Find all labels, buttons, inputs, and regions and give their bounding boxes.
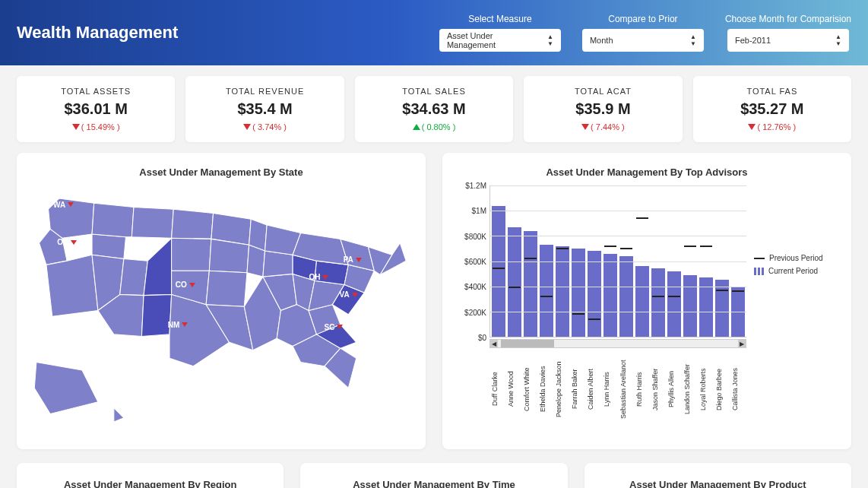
control-month: Choose Month for Comparision Feb-2011 ▲▼ (725, 14, 851, 52)
panels-row: Asset Under Management By State (0, 153, 868, 449)
kpi-value: $35.4 M (196, 100, 333, 118)
legend-previous-label: Previous Period (769, 254, 823, 262)
panel-advisors: Asset Under Management By Top Advisors $… (442, 153, 851, 449)
state-label-PA[interactable]: PA (344, 255, 362, 264)
x-label: Penelope Jackson (555, 353, 569, 426)
x-label: Duff Clarke (491, 353, 505, 426)
chart-legend: Previous Period Current Period (754, 185, 838, 436)
lower-panel-title: Asset Under Management By Product (629, 479, 806, 488)
chevron-updown-icon: ▲▼ (835, 34, 841, 47)
x-label: Lynn Harris (603, 353, 616, 426)
advisors-chart[interactable]: $0$200K$400K$600K$800K$1M$1.2M (456, 185, 746, 436)
select-measure[interactable]: Asset Under Management ▲▼ (439, 29, 561, 52)
kpi-value: $34.63 M (366, 100, 502, 118)
previous-marker (508, 287, 521, 288)
advisors-body: $0$200K$400K$600K$800K$1M$1.2M (456, 185, 838, 436)
lower-panel-title: Asset Under Management By Time (353, 479, 515, 488)
state-label-CO[interactable]: CO (176, 280, 195, 289)
x-label: Landon Schaffer (683, 353, 697, 426)
lower-panel-2[interactable]: Asset Under Management By Product (584, 463, 851, 488)
y-tick: $600K (464, 258, 486, 266)
state-label-WA[interactable]: WA (53, 201, 74, 209)
current-bar (524, 231, 537, 337)
chart-scrollbar[interactable]: ◀ ▶ (489, 339, 746, 348)
legend-bar-icon (754, 268, 764, 275)
previous-marker (716, 290, 728, 291)
previous-marker (684, 246, 696, 247)
previous-marker (572, 313, 584, 315)
previous-marker (668, 296, 680, 297)
arrow-down-icon (581, 124, 589, 130)
arrow-down-icon (71, 240, 77, 245)
previous-marker (636, 217, 648, 219)
arrow-down-icon (189, 283, 195, 287)
grid-line (490, 236, 746, 236)
y-tick: $0 (478, 334, 486, 342)
panel-map-title: Asset Under Management By State (139, 166, 303, 178)
current-bar (667, 271, 681, 337)
state-label-VA[interactable]: VA (340, 290, 358, 299)
current-bar (635, 266, 649, 337)
previous-marker (652, 296, 664, 297)
current-bar (508, 227, 521, 337)
kpi-card-4[interactable]: TOTAL FAS $35.27 M ( 12.76% ) (693, 76, 851, 142)
current-bar (651, 268, 665, 337)
chevron-updown-icon: ▲▼ (690, 34, 696, 47)
x-label: Phyllis Allen (667, 353, 681, 426)
kpi-label: TOTAL FAS (704, 87, 841, 96)
state-label-OH[interactable]: OH (309, 273, 328, 281)
state-label-SC[interactable]: SC (325, 323, 344, 331)
previous-marker (588, 318, 600, 320)
current-bar (619, 256, 633, 337)
y-axis: $0$200K$400K$600K$800K$1M$1.2M (456, 185, 489, 337)
arrow-down-icon (748, 124, 756, 130)
select-prior-value: Month (590, 36, 613, 45)
lower-panel-1[interactable]: Asset Under Management By Time (300, 463, 567, 488)
y-tick: $400K (464, 283, 486, 291)
kpi-card-2[interactable]: TOTAL SALES $34.63 M ( 0.80% ) (355, 76, 513, 142)
kpi-card-3[interactable]: TOTAL ACAT $35.9 M ( 7.44% ) (524, 76, 682, 142)
state-code: NM (168, 321, 180, 329)
state-label-NM[interactable]: NM (168, 321, 188, 329)
y-tick: $1.2M (465, 182, 486, 190)
current-bar (603, 254, 617, 337)
state-code: OR (57, 238, 68, 246)
kpi-label: TOTAL REVENUE (196, 87, 333, 96)
arrow-down-icon (322, 275, 328, 280)
state-code: CO (176, 280, 187, 289)
select-prior[interactable]: Month ▲▼ (582, 29, 704, 52)
lower-panel-0[interactable]: Asset Under Management By Region (17, 463, 284, 488)
kpi-value: $36.01 M (27, 100, 164, 118)
kpi-value: $35.27 M (704, 100, 841, 118)
current-bar (683, 275, 697, 337)
map-wrap[interactable]: WA OR CO NM OH PA VA SC (30, 185, 412, 436)
x-label: Jason Shaffer (651, 353, 665, 426)
x-label: Loyal Roberts (699, 353, 713, 426)
arrow-down-icon (72, 124, 80, 130)
scroll-left-icon[interactable]: ◀ (490, 340, 498, 347)
scroll-right-icon[interactable]: ▶ (738, 340, 746, 347)
kpi-label: TOTAL SALES (366, 87, 502, 96)
kpi-label: TOTAL ASSETS (27, 87, 164, 96)
arrow-up-icon (413, 124, 420, 130)
control-month-label: Choose Month for Comparision (725, 14, 851, 24)
current-bar (715, 280, 729, 337)
select-month[interactable]: Feb-2011 ▲▼ (727, 29, 849, 52)
kpi-change: ( 7.44% ) (534, 122, 671, 132)
x-label: Ruth Harris (635, 353, 649, 426)
kpi-card-1[interactable]: TOTAL REVENUE $35.4 M ( 3.74% ) (185, 76, 344, 142)
grid-line (490, 211, 746, 211)
x-label: Comfort White (523, 353, 537, 426)
kpi-change: ( 0.80% ) (366, 122, 502, 132)
control-prior: Compare to Prior Month ▲▼ (582, 14, 704, 52)
previous-marker (620, 248, 632, 249)
header-controls: Select Measure Asset Under Management ▲▼… (439, 14, 851, 52)
legend-line-icon (754, 258, 765, 259)
lower-panel-title: Asset Under Management By Region (64, 479, 237, 488)
kpi-card-0[interactable]: TOTAL ASSETS $36.01 M ( 15.49% ) (17, 76, 175, 142)
previous-marker (524, 258, 537, 259)
x-label: Farrah Baker (571, 353, 584, 426)
scroll-handle[interactable] (501, 340, 554, 347)
previous-marker (732, 290, 744, 292)
state-label-OR[interactable]: OR (57, 238, 77, 246)
